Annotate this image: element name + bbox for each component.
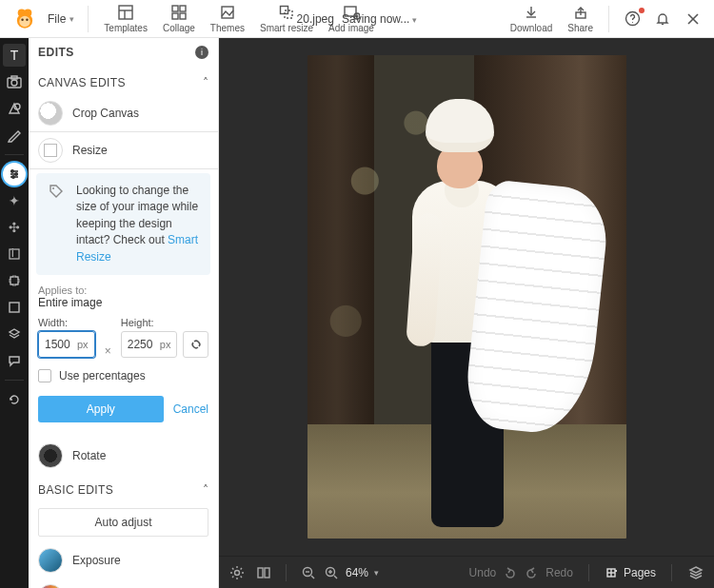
chevron-down-icon[interactable]: ▾ (374, 568, 379, 578)
svg-rect-12 (180, 13, 186, 19)
svg-rect-38 (10, 303, 19, 312)
share-button[interactable]: Share (560, 1, 601, 36)
pages-button[interactable]: Pages (605, 566, 656, 579)
divider (88, 6, 89, 32)
divider (286, 564, 287, 581)
smart-resize-hint: Looking to change the size of your image… (36, 173, 210, 275)
height-label: Height: (121, 317, 178, 328)
templates-icon (117, 4, 134, 21)
crop-canvas-icon (38, 101, 63, 126)
document-title[interactable]: 20.jpeg (297, 12, 334, 26)
crop-canvas-row[interactable]: Crop Canvas (29, 95, 218, 131)
svg-point-35 (12, 176, 14, 178)
undo-button[interactable]: Undo (469, 566, 516, 579)
notification-dot-icon (639, 8, 645, 13)
themes-icon (219, 4, 236, 21)
section-basic-edits[interactable]: BASIC EDITS ˄ (29, 474, 218, 502)
info-icon[interactable]: i (195, 46, 208, 59)
divider (671, 564, 672, 581)
rail-history-icon[interactable] (3, 388, 26, 411)
rail-effects-icon[interactable]: ✦ (3, 189, 26, 212)
resize-row[interactable]: Resize (29, 131, 218, 169)
settings-icon[interactable] (228, 564, 246, 581)
canvas-image[interactable] (307, 55, 626, 539)
apply-button[interactable]: Apply (38, 396, 164, 422)
use-percentages-checkbox[interactable]: Use percentages (29, 358, 218, 396)
height-input[interactable] (128, 338, 160, 351)
zoom-out-icon[interactable] (300, 564, 317, 581)
rail-edits-icon[interactable] (3, 163, 26, 186)
svg-point-22 (631, 22, 632, 23)
rail-draw-icon[interactable] (3, 124, 26, 147)
svg-point-40 (52, 187, 54, 189)
edits-panel: EDITS i CANVAS EDITS ˄ Crop Canvas Resiz… (29, 38, 219, 588)
svg-point-41 (235, 570, 240, 575)
svg-line-45 (311, 576, 314, 578)
applies-label: Applies to: (38, 284, 208, 296)
file-menu[interactable]: File ▾ (42, 10, 80, 29)
svg-point-5 (26, 18, 28, 20)
collage-button[interactable]: Collage (155, 1, 203, 36)
divider (608, 6, 609, 32)
help-icon[interactable] (623, 10, 642, 29)
link-dimensions-button[interactable] (183, 331, 208, 358)
height-unit: px (160, 339, 171, 350)
panel-title: EDITS (38, 46, 74, 59)
templates-button[interactable]: Templates (96, 1, 155, 36)
width-label: Width: (38, 317, 95, 328)
exposure-row[interactable]: Exposure (29, 542, 218, 578)
canvas-stage[interactable] (219, 38, 714, 556)
colors-row[interactable]: Colors (29, 578, 218, 588)
svg-point-34 (15, 173, 17, 175)
brand-logo[interactable] (10, 5, 39, 33)
left-rail: T ✦ ✣ i (0, 38, 29, 588)
top-bar: File ▾ Templates Collage Themes Smart re… (0, 0, 714, 38)
bell-icon[interactable] (653, 10, 672, 29)
divider (588, 564, 589, 581)
close-icon[interactable] (684, 10, 703, 29)
width-input-box[interactable]: px (38, 331, 95, 358)
svg-rect-6 (119, 6, 132, 19)
chevron-down-icon: ▾ (69, 14, 74, 24)
layers-toggle-icon[interactable] (687, 564, 704, 581)
rail-touchup-icon[interactable]: ✣ (3, 216, 26, 239)
auto-adjust-button[interactable]: Auto adjust (38, 508, 208, 537)
width-input[interactable] (45, 338, 77, 351)
svg-rect-10 (180, 6, 186, 11)
svg-point-4 (21, 18, 23, 20)
rail-layers-icon[interactable] (3, 323, 26, 345)
cancel-button[interactable]: Cancel (173, 402, 208, 416)
rail-textures-icon[interactable]: i (3, 243, 26, 265)
height-input-box[interactable]: px (121, 331, 178, 358)
tag-icon (46, 183, 67, 265)
canvas-area: 64% ▾ Undo Redo Pages (219, 38, 714, 588)
svg-point-3 (19, 15, 30, 26)
panel-header: EDITS i (29, 38, 218, 67)
rail-camera-icon[interactable] (3, 70, 26, 93)
download-button[interactable]: Download (503, 1, 560, 36)
chevron-up-icon: ˄ (203, 76, 208, 89)
rail-crop-icon[interactable] (3, 296, 26, 319)
zoom-in-icon[interactable] (323, 564, 340, 581)
saving-status: Saving now... ▾ (342, 12, 417, 26)
zoom-level[interactable]: 64% (346, 566, 368, 579)
svg-text:i: i (11, 247, 14, 260)
svg-rect-42 (258, 568, 263, 578)
rotate-row[interactable]: Rotate (29, 438, 218, 474)
section-canvas-edits[interactable]: CANVAS EDITS ˄ (29, 67, 218, 95)
rotate-icon (38, 443, 63, 468)
colors-icon (38, 584, 63, 588)
rail-graphics-icon[interactable] (3, 97, 26, 120)
resize-icon (38, 138, 63, 163)
collage-icon (170, 4, 188, 21)
rail-text-icon[interactable]: T (3, 44, 26, 67)
rail-frames-icon[interactable] (3, 269, 26, 292)
redo-button[interactable]: Redo (526, 566, 573, 579)
document-title-area: 20.jpeg Saving now... ▾ (297, 12, 418, 26)
themes-button[interactable]: Themes (203, 1, 252, 36)
chevron-up-icon: ˄ (203, 483, 208, 497)
svg-rect-43 (265, 568, 269, 578)
download-icon (523, 4, 540, 21)
mirror-icon[interactable] (255, 564, 272, 581)
rail-comment-icon[interactable] (3, 349, 26, 372)
